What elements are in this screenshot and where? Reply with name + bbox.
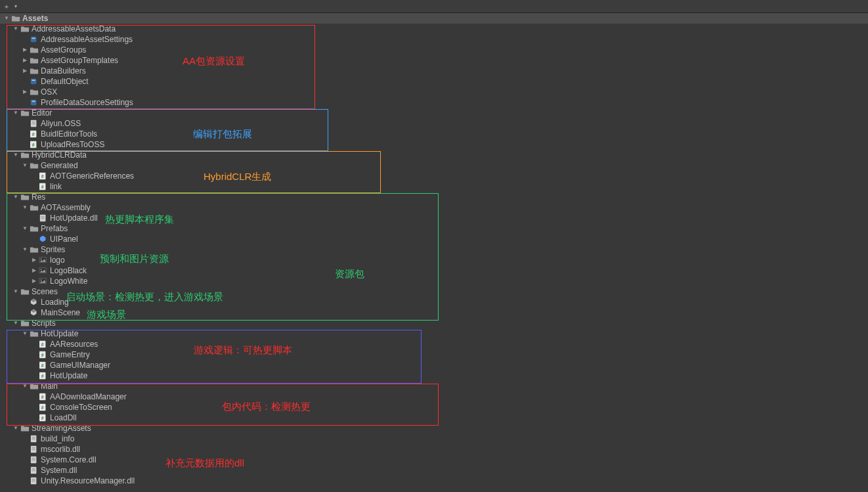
expand-arrow-icon[interactable] xyxy=(12,108,20,118)
tree-row-uploadrestooss[interactable]: #UploadResToOSS xyxy=(0,139,868,150)
tree-row-assets[interactable]: Assets xyxy=(0,13,868,24)
project-toolbar: + ▼ xyxy=(0,0,868,13)
tree-row-sprites[interactable]: Sprites xyxy=(0,244,868,255)
tree-row-logo[interactable]: logo xyxy=(0,255,868,265)
tree-row-generated[interactable]: Generated xyxy=(0,160,868,171)
tree-row-link[interactable]: #link xyxy=(0,181,868,192)
tree-row-aaresources[interactable]: #AAResources xyxy=(0,339,868,349)
svg-rect-50 xyxy=(31,457,37,463)
expand-arrow-icon[interactable] xyxy=(21,223,29,234)
tree-label: HotUpdate xyxy=(50,370,87,381)
expand-arrow-icon[interactable] xyxy=(21,45,29,55)
expand-arrow-icon[interactable] xyxy=(12,286,20,297)
tree-label: LoadDll xyxy=(50,413,77,423)
expand-arrow-icon[interactable] xyxy=(30,255,38,265)
svg-text:#: # xyxy=(41,353,44,357)
svg-rect-1 xyxy=(32,37,35,39)
tree-row-hotupdate[interactable]: #HotUpdate xyxy=(0,370,868,381)
tree-row-addressableassetsettings[interactable]: AddressableAssetSettings xyxy=(0,34,868,45)
expand-arrow-icon[interactable] xyxy=(21,328,29,339)
tree-label: mscorlib.dll xyxy=(41,444,80,455)
project-hierarchy-panel[interactable]: AssetsAddressableAssetsDataAddressableAs… xyxy=(0,13,868,492)
tree-row-res[interactable]: Res xyxy=(0,192,868,202)
tree-row-assetgrouptemplates[interactable]: AssetGroupTemplates xyxy=(0,55,868,66)
tree-row-scenes[interactable]: Scenes xyxy=(0,286,868,297)
tree-row-unity-resourcemanager-dll[interactable]: Unity.ResourceManager.dll xyxy=(0,476,868,486)
svg-rect-58 xyxy=(31,478,37,484)
expand-arrow-icon[interactable] xyxy=(12,192,20,202)
tree-row-defaultobject[interactable]: DefaultObject xyxy=(0,76,868,87)
tree-row-buidleditortools[interactable]: #BuidlEditorTools xyxy=(0,129,868,139)
add-icon[interactable]: + xyxy=(3,3,11,11)
tree-row-main[interactable]: Main xyxy=(0,381,868,391)
tree-label: Res xyxy=(32,192,45,202)
tree-row-aotassembly[interactable]: AOTAssembly xyxy=(0,202,868,213)
svg-rect-2 xyxy=(31,79,37,85)
tree-row-aadownloadmanager[interactable]: #AADownloadManager xyxy=(0,391,868,402)
file-icon xyxy=(38,213,49,223)
script-blue-icon xyxy=(29,98,39,107)
svg-text:#: # xyxy=(32,143,35,147)
folder-icon xyxy=(29,87,39,97)
expand-arrow-icon[interactable] xyxy=(12,24,20,34)
dropdown-arrow-icon[interactable]: ▼ xyxy=(12,3,20,11)
tree-row-build-info[interactable]: build_info xyxy=(0,434,868,444)
tree-row-hotupdate-dll[interactable]: HotUpdate.dll xyxy=(0,213,868,223)
tree-row-logowhite[interactable]: LogoWhite xyxy=(0,276,868,286)
expand-arrow-icon[interactable] xyxy=(21,202,29,213)
image-icon xyxy=(38,256,49,265)
folder-icon xyxy=(29,382,39,391)
file-icon xyxy=(29,476,39,485)
expand-arrow-icon[interactable] xyxy=(3,13,11,24)
tree-label: UIPanel xyxy=(50,234,78,244)
tree-row-aliyun-oss[interactable]: Aliyun.OSS xyxy=(0,118,868,129)
tree-row-loaddll[interactable]: #LoadDll xyxy=(0,413,868,423)
expand-arrow-icon[interactable] xyxy=(21,381,29,391)
tree-label: DataBuilders xyxy=(41,66,86,76)
expand-arrow-icon[interactable] xyxy=(30,265,38,276)
expand-arrow-icon[interactable] xyxy=(21,87,29,97)
tree-row-prefabs[interactable]: Prefabs xyxy=(0,223,868,234)
expand-arrow-icon[interactable] xyxy=(12,150,20,160)
tree-row-system-core-dll[interactable]: System.Core.dll xyxy=(0,455,868,465)
script-blue-icon xyxy=(29,35,39,44)
tree-row-gameentry[interactable]: #GameEntry xyxy=(0,349,868,360)
folder-icon xyxy=(29,245,39,254)
svg-text:#: # xyxy=(41,185,44,189)
csharp-icon: # xyxy=(38,413,49,422)
expand-arrow-icon[interactable] xyxy=(21,244,29,255)
expand-arrow-icon[interactable] xyxy=(21,160,29,171)
tree-row-logoblack[interactable]: LogoBlack xyxy=(0,265,868,276)
tree-row-hybridclrdata[interactable]: HybridCLRData xyxy=(0,150,868,160)
tree-row-streamingassets[interactable]: StreamingAssets xyxy=(0,423,868,434)
tree-label: MainScene xyxy=(41,307,80,318)
tree-row-hotupdate[interactable]: HotUpdate xyxy=(0,328,868,339)
tree-row-loading[interactable]: Loading xyxy=(0,297,868,307)
expand-arrow-icon[interactable] xyxy=(21,66,29,76)
expand-arrow-icon[interactable] xyxy=(12,423,20,434)
expand-arrow-icon[interactable] xyxy=(30,276,38,286)
tree-row-editor[interactable]: Editor xyxy=(0,108,868,118)
tree-label: Sprites xyxy=(41,244,65,255)
tree-label: GameEntry xyxy=(50,349,90,360)
svg-text:#: # xyxy=(41,363,44,368)
tree-row-databuilders[interactable]: DataBuilders xyxy=(0,66,868,76)
expand-arrow-icon[interactable] xyxy=(21,55,29,66)
tree-row-uipanel[interactable]: UIPanel xyxy=(0,234,868,244)
tree-row-scripts[interactable]: Scripts xyxy=(0,318,868,328)
tree-row-addressableassetsdata[interactable]: AddressableAssetsData xyxy=(0,24,868,34)
expand-arrow-icon[interactable] xyxy=(12,318,20,328)
folder-icon xyxy=(20,319,30,328)
tree-row-assetgroups[interactable]: AssetGroups xyxy=(0,45,868,55)
tree-row-mscorlib-dll[interactable]: mscorlib.dll xyxy=(0,444,868,455)
file-icon xyxy=(29,455,39,464)
tree-row-osx[interactable]: OSX xyxy=(0,87,868,97)
tree-label: AddressableAssetsData xyxy=(32,24,116,34)
tree-row-aotgenericreferences[interactable]: #AOTGenericReferences xyxy=(0,171,868,181)
tree-row-mainscene[interactable]: MainScene xyxy=(0,307,868,318)
tree-row-consoletoscreen[interactable]: #ConsoleToScreen xyxy=(0,402,868,413)
folder-icon xyxy=(20,192,30,202)
tree-row-gameuimanager[interactable]: #GameUIManager xyxy=(0,360,868,370)
tree-row-system-dll[interactable]: System.dll xyxy=(0,465,868,476)
tree-row-profiledatasourcesettings[interactable]: ProfileDataSourceSettings xyxy=(0,97,868,108)
